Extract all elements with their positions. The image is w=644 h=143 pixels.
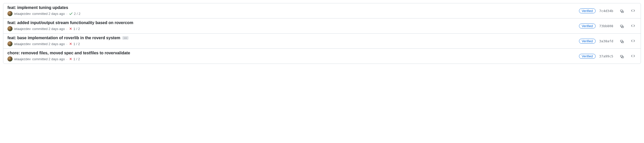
ci-status-count: 2 / 2 xyxy=(74,12,80,16)
ci-status[interactable]: 2 / 2 xyxy=(69,12,80,16)
browse-code-button[interactable] xyxy=(629,53,637,60)
commit-title-row: feat: base implementation of roverlib in… xyxy=(7,36,128,40)
commit-title-row: feat: added input/output stream function… xyxy=(7,21,133,25)
commit-left: feat: added input/output stream function… xyxy=(7,21,133,31)
avatar[interactable] xyxy=(7,56,13,62)
commit-sha-link[interactable]: 3a38afd xyxy=(599,39,615,43)
commit-time: committed 2 days ago xyxy=(32,57,65,61)
commit-meta: ielaajezdevcommitted 2 days ago·1 / 2 xyxy=(7,56,130,62)
copy-icon xyxy=(620,54,624,58)
code-icon xyxy=(631,9,635,13)
ci-status[interactable]: 1 / 2 xyxy=(69,27,80,31)
commit-sha-link[interactable]: 73bb808 xyxy=(599,24,615,28)
browse-code-button[interactable] xyxy=(629,7,637,14)
commit-sha-link[interactable]: 37a99c5 xyxy=(599,54,615,58)
commit-item: feat: added input/output stream function… xyxy=(3,18,641,33)
author-link[interactable]: ielaajezdev xyxy=(14,12,31,16)
commit-title-row: chore: removed files, moved spec and tes… xyxy=(7,51,130,55)
ci-status[interactable]: 1 / 2 xyxy=(69,57,80,61)
commit-left: feat: implement tuning updatesielaajezde… xyxy=(7,5,80,16)
avatar[interactable] xyxy=(7,26,13,31)
commit-right: Verified73bb808 xyxy=(579,22,637,29)
ci-status-count: 1 / 2 xyxy=(73,57,80,61)
commit-meta: ielaajezdevcommitted 2 days ago·2 / 2 xyxy=(7,11,80,16)
commit-item: feat: implement tuning updatesielaajezde… xyxy=(3,3,641,18)
author-link[interactable]: ielaajezdev xyxy=(14,57,31,61)
commit-time: committed 2 days ago xyxy=(32,42,65,46)
check-icon xyxy=(69,12,73,16)
separator-dot: · xyxy=(66,27,67,31)
commit-title-row: feat: implement tuning updates xyxy=(7,5,80,10)
copy-sha-button[interactable] xyxy=(619,53,626,60)
commit-time: committed 2 days ago xyxy=(32,27,65,31)
commit-item: chore: removed files, moved spec and tes… xyxy=(3,48,641,64)
avatar[interactable] xyxy=(7,41,13,46)
x-icon xyxy=(69,42,72,46)
commit-right: Verified7c4d34b xyxy=(579,7,637,14)
commit-left: feat: base implementation of roverlib in… xyxy=(7,36,128,46)
commit-sha-link[interactable]: 7c4d34b xyxy=(599,9,615,13)
browse-code-button[interactable] xyxy=(629,22,637,29)
separator-dot: · xyxy=(66,57,67,61)
copy-icon xyxy=(620,39,624,43)
copy-sha-button[interactable] xyxy=(619,22,626,29)
expand-message-button[interactable] xyxy=(122,36,128,40)
x-icon xyxy=(69,27,72,30)
copy-icon xyxy=(620,9,624,13)
ci-status[interactable]: 1 / 2 xyxy=(69,42,80,46)
separator-dot: · xyxy=(66,12,67,16)
commit-right: Verified3a38afd xyxy=(579,37,637,45)
commit-title-link[interactable]: feat: implement tuning updates xyxy=(7,5,68,10)
code-icon xyxy=(631,39,635,43)
svg-point-1 xyxy=(125,38,126,38)
code-icon xyxy=(631,24,635,28)
separator-dot: · xyxy=(66,42,67,46)
code-icon xyxy=(631,54,635,58)
copy-sha-button[interactable] xyxy=(619,37,626,45)
commit-title-link[interactable]: feat: added input/output stream function… xyxy=(7,21,133,25)
svg-point-0 xyxy=(124,38,124,38)
commit-item: feat: base implementation of roverlib in… xyxy=(3,33,641,48)
browse-code-button[interactable] xyxy=(629,37,637,45)
author-link[interactable]: ielaajezdev xyxy=(14,42,31,46)
commit-list: feat: implement tuning updatesielaajezde… xyxy=(3,3,641,64)
copy-sha-button[interactable] xyxy=(619,7,626,14)
svg-point-2 xyxy=(126,38,127,38)
verified-badge[interactable]: Verified xyxy=(579,54,596,59)
verified-badge[interactable]: Verified xyxy=(579,24,596,28)
commit-left: chore: removed files, moved spec and tes… xyxy=(7,51,130,62)
commit-title-link[interactable]: feat: base implementation of roverlib in… xyxy=(7,36,120,40)
author-link[interactable]: ielaajezdev xyxy=(14,27,31,31)
ci-status-count: 1 / 2 xyxy=(73,27,80,31)
commit-meta: ielaajezdevcommitted 2 days ago·1 / 2 xyxy=(7,26,133,31)
commit-right: Verified37a99c5 xyxy=(579,53,637,60)
commit-meta: ielaajezdevcommitted 2 days ago·1 / 2 xyxy=(7,41,128,46)
ci-status-count: 1 / 2 xyxy=(73,42,80,46)
verified-badge[interactable]: Verified xyxy=(579,39,596,44)
commit-time: committed 2 days ago xyxy=(32,12,65,16)
avatar[interactable] xyxy=(7,11,13,16)
commit-title-link[interactable]: chore: removed files, moved spec and tes… xyxy=(7,51,130,55)
x-icon xyxy=(69,57,72,61)
verified-badge[interactable]: Verified xyxy=(579,8,596,13)
copy-icon xyxy=(620,24,624,28)
